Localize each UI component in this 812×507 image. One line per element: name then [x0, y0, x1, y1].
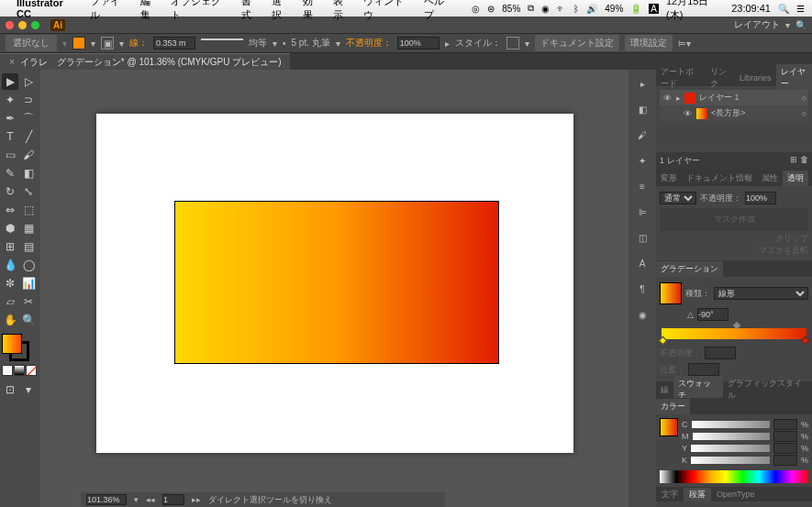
tab-transform[interactable]: 変形: [656, 171, 682, 186]
style-swatch[interactable]: [506, 37, 519, 50]
tab-stroke[interactable]: 線: [656, 382, 673, 398]
stroke-swatch[interactable]: ▣: [101, 37, 114, 50]
rotate-tool[interactable]: ↻: [2, 183, 18, 200]
scale-tool[interactable]: ⤡: [20, 183, 37, 200]
eraser-tool[interactable]: ◧: [20, 165, 37, 182]
document-setup-button[interactable]: ドキュメント設定: [535, 35, 619, 51]
tab-color[interactable]: カラー: [656, 399, 690, 414]
gradient-preview[interactable]: [660, 282, 682, 304]
artboard-tool[interactable]: ▱: [2, 293, 18, 310]
slice-tool[interactable]: ✂: [20, 293, 37, 310]
visibility-icon[interactable]: 👁: [682, 109, 693, 118]
tab-opentype[interactable]: OpenType: [711, 489, 761, 500]
line-tool[interactable]: ╱: [20, 128, 37, 145]
stroke-width-input[interactable]: [153, 37, 195, 50]
blend-mode-select[interactable]: 通常: [660, 192, 696, 204]
chevron-down-icon[interactable]: ▾: [119, 39, 124, 49]
layout-dropdown[interactable]: レイアウト: [734, 18, 780, 31]
align-icon[interactable]: ⊨▾: [678, 39, 691, 49]
magenta-input[interactable]: [773, 431, 797, 442]
bluetooth-icon[interactable]: ᛒ: [573, 4, 579, 14]
line-app-icon[interactable]: ◉: [541, 4, 550, 14]
preferences-button[interactable]: 環境設定: [625, 35, 673, 51]
magic-wand-tool[interactable]: ✦: [2, 92, 18, 108]
curvature-tool[interactable]: ⌒: [20, 110, 37, 127]
black-input[interactable]: [773, 455, 797, 466]
shape-builder-tool[interactable]: ⬢: [2, 220, 18, 237]
color-icon[interactable]: ◧: [634, 101, 651, 117]
gradient-stop-left[interactable]: [659, 336, 668, 346]
color-spectrum[interactable]: [660, 470, 808, 483]
gradient-tool[interactable]: ▤: [20, 238, 37, 255]
symbols-icon[interactable]: ✦: [634, 152, 651, 169]
fill-swatch[interactable]: [72, 37, 85, 50]
gradient-angle-input[interactable]: [697, 308, 729, 321]
volume-icon[interactable]: 🔊: [586, 4, 597, 14]
mesh-tool[interactable]: ⊞: [2, 238, 18, 255]
stroke-style[interactable]: [201, 39, 243, 48]
cyan-input[interactable]: [773, 419, 797, 430]
direct-selection-tool[interactable]: ▷: [20, 73, 37, 90]
tab-docinfo[interactable]: ドキュメント情報: [682, 171, 757, 186]
canvas[interactable]: ▾ ◂◂ ▸▸ ダイレクト選択ツールを切り換え: [40, 70, 628, 507]
document-tab[interactable]: × イラレ グラデーション* @ 101.36% (CMYK/GPU プレビュー…: [0, 53, 290, 71]
nav-next-icon[interactable]: ▸▸: [192, 495, 201, 504]
new-layer-icon[interactable]: ⊞ 🗑: [790, 155, 808, 167]
gradient-rectangle[interactable]: [174, 201, 499, 364]
menu-window[interactable]: ウィンドウ: [363, 0, 413, 22]
tab-gradient[interactable]: グラデーション: [656, 261, 723, 277]
stroke-icon[interactable]: ≡: [634, 178, 651, 194]
menu-object[interactable]: オブジェクト: [171, 0, 229, 22]
color-mode-gradient[interactable]: [14, 365, 25, 376]
nav-prev-icon[interactable]: ◂◂: [146, 495, 155, 504]
screen-mode[interactable]: ⊡: [2, 381, 18, 398]
sublayer-row[interactable]: 👁 <長方形> ○: [660, 105, 808, 121]
layer-name[interactable]: レイヤー 1: [699, 92, 740, 104]
tab-character[interactable]: 文字: [656, 488, 684, 501]
gradient-slider[interactable]: [662, 328, 806, 339]
menu-view[interactable]: 表示: [333, 0, 352, 22]
gradient-stop-right[interactable]: [801, 336, 810, 346]
align-icon[interactable]: ⊫: [634, 204, 651, 220]
appearance-icon[interactable]: ◉: [634, 306, 651, 323]
close-tab-icon[interactable]: ×: [9, 57, 15, 67]
hand-tool[interactable]: ✋: [2, 312, 18, 328]
symbol-sprayer-tool[interactable]: ✼: [2, 275, 18, 292]
app-name[interactable]: Illustrator CC: [17, 0, 79, 19]
blend-tool[interactable]: ◯: [20, 257, 37, 273]
maximize-button[interactable]: [31, 21, 39, 29]
page-input[interactable]: [162, 494, 184, 505]
tab-libraries[interactable]: Libraries: [735, 72, 776, 84]
lasso-tool[interactable]: ⊃: [20, 92, 37, 108]
chevron-down-icon[interactable]: ▾: [91, 39, 95, 49]
change-screen[interactable]: ▾: [20, 381, 37, 398]
gradient-type-select[interactable]: 線形: [714, 287, 808, 300]
gradient-midpoint[interactable]: [733, 322, 740, 329]
free-transform-tool[interactable]: ⬚: [20, 202, 37, 218]
cyan-slider[interactable]: [692, 421, 770, 428]
pen-tool[interactable]: ✒: [2, 110, 18, 127]
wifi-icon[interactable]: ᯤ: [557, 4, 566, 14]
width-tool[interactable]: ⇔: [2, 202, 18, 218]
uniform-dropdown[interactable]: 均等: [249, 37, 267, 50]
spotlight-icon[interactable]: 🔍: [778, 4, 789, 14]
menu-select[interactable]: 選択: [272, 0, 291, 22]
character-icon[interactable]: A: [634, 255, 651, 271]
brushes-icon[interactable]: 🖌: [634, 127, 651, 143]
menu-file[interactable]: ファイル: [90, 0, 129, 22]
brush-dropdown[interactable]: 5 pt. 丸筆: [292, 37, 330, 50]
menubar-date[interactable]: 12月15日(木): [666, 0, 724, 22]
graph-tool[interactable]: 📊: [20, 275, 37, 292]
tab-transparency[interactable]: 透明: [783, 171, 808, 186]
search-icon[interactable]: 🔍: [795, 20, 806, 30]
collapse-icon[interactable]: ▸: [634, 75, 651, 92]
color-mode-solid[interactable]: [2, 365, 13, 376]
type-tool[interactable]: T: [2, 128, 18, 145]
zoom-input[interactable]: [86, 494, 127, 505]
fill-stroke-indicator[interactable]: [2, 334, 29, 361]
opacity-input[interactable]: [745, 192, 776, 204]
pathfinder-icon[interactable]: ◫: [634, 229, 651, 246]
perspective-tool[interactable]: ▦: [20, 220, 37, 237]
tab-attributes[interactable]: 属性: [757, 171, 783, 186]
selection-tool[interactable]: ▶: [2, 73, 18, 90]
